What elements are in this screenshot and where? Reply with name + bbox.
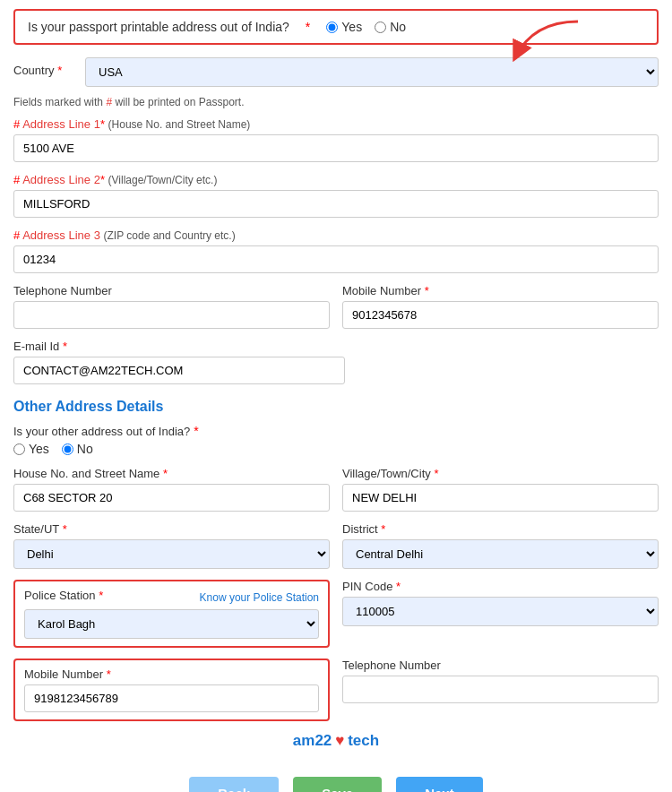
village-col: Village/Town/City *	[342, 467, 659, 512]
email-label: E-mail Id *	[13, 340, 345, 353]
pin-code-label: PIN Code *	[342, 580, 659, 593]
passport-question-label: Is your passport printable address out o…	[28, 20, 289, 34]
email-row: E-mail Id *	[13, 340, 345, 384]
other-address-title: Other Address Details	[13, 399, 659, 415]
other-yes-radio[interactable]	[13, 443, 25, 455]
district-select[interactable]: Central Delhi North Delhi South Delhi Ea…	[342, 539, 659, 569]
house-col: House No. and Street Name *	[13, 467, 330, 512]
mobile-input[interactable]	[342, 301, 659, 329]
brand-tech: tech	[348, 732, 379, 749]
other-address-question-row: Is your other address out of India? * Ye…	[13, 424, 659, 456]
other-yes-option[interactable]: Yes	[13, 442, 49, 456]
address-line3-label: # Address Line 3 (ZIP code and Country e…	[13, 228, 659, 242]
state-select[interactable]: Delhi Maharashtra Karnataka Tamil Nadu	[13, 539, 330, 569]
passport-radio-group: Yes No	[326, 20, 406, 34]
country-select[interactable]: USA India UK Canada Australia	[85, 57, 659, 87]
tel-other-col: Telephone Number	[342, 659, 659, 721]
state-district-row: State/UT * Delhi Maharashtra Karnataka T…	[13, 522, 659, 569]
tel-other-input[interactable]	[342, 676, 659, 703]
telephone-col: Telephone Number	[13, 284, 330, 329]
district-col: District * Central Delhi North Delhi Sou…	[342, 522, 659, 569]
state-label: State/UT *	[13, 522, 330, 536]
passport-required-star: *	[306, 20, 310, 34]
passport-yes-option[interactable]: Yes	[326, 20, 362, 34]
telephone-label: Telephone Number	[13, 284, 330, 297]
save-button[interactable]: Save	[293, 777, 382, 792]
brand-line: am22 ♥ tech	[13, 732, 659, 750]
other-no-option[interactable]: No	[62, 442, 93, 456]
country-label: Country *	[13, 64, 85, 77]
passport-yes-radio[interactable]	[326, 22, 338, 33]
police-station-header: Police Station * Know your Police Statio…	[24, 589, 319, 606]
country-select-wrap: USA India UK Canada Australia	[85, 57, 659, 87]
mobile-tel-other-row: Mobile Number * Telephone Number	[13, 659, 659, 721]
brand-heart: ♥	[335, 732, 344, 749]
passport-no-radio[interactable]	[375, 22, 386, 33]
village-input[interactable]	[342, 484, 659, 512]
house-label: House No. and Street Name *	[13, 467, 330, 480]
know-police-link[interactable]: Know your Police Station	[200, 591, 319, 604]
tel-other-label: Telephone Number	[342, 659, 659, 672]
other-address-question-label: Is your other address out of India?	[13, 425, 190, 438]
telephone-input[interactable]	[13, 301, 330, 329]
passport-question-box: Is your passport printable address out o…	[13, 9, 659, 45]
address-line3-input[interactable]	[13, 245, 659, 273]
pin-code-select[interactable]: 110005 110006 110007	[342, 597, 659, 626]
address-line3-row: # Address Line 3 (ZIP code and Country e…	[13, 228, 659, 273]
country-row: Country * USA India UK Canada Australia	[13, 57, 659, 87]
police-station-label: Police Station *	[24, 589, 103, 602]
pin-code-col: PIN Code * 110005 110006 110007	[342, 580, 659, 648]
address-line1-label: # Address Line 1* (House No. and Street …	[13, 117, 659, 131]
district-label: District *	[342, 522, 659, 536]
mobile-col: Mobile Number *	[342, 284, 659, 329]
other-no-label: No	[77, 442, 93, 456]
back-button[interactable]: Back	[189, 777, 279, 792]
other-no-radio[interactable]	[62, 443, 73, 455]
police-pin-row: Police Station * Know your Police Statio…	[13, 580, 659, 648]
mobile-other-box: Mobile Number *	[13, 659, 330, 721]
address-line2-input[interactable]	[13, 190, 659, 218]
mobile-other-input[interactable]	[24, 684, 319, 712]
mobile-label: Mobile Number *	[342, 284, 659, 297]
address-line2-label: # Address Line 2* (Village/Town/City etc…	[13, 173, 659, 186]
fields-note: Fields marked with # will be printed on …	[13, 96, 659, 108]
police-station-select[interactable]: Karol Bagh Connaught Place Parliament St…	[24, 609, 319, 639]
next-button[interactable]: Next	[396, 777, 483, 792]
address-line1-row: # Address Line 1* (House No. and Street …	[13, 117, 659, 162]
house-input[interactable]	[13, 484, 330, 512]
village-label: Village/Town/City *	[342, 467, 659, 480]
other-address-radio-group: Yes No	[13, 442, 659, 456]
other-yes-label: Yes	[29, 442, 49, 456]
house-village-row: House No. and Street Name * Village/Town…	[13, 467, 659, 512]
brand-am22: am22	[293, 732, 332, 749]
tel-mobile-row: Telephone Number Mobile Number *	[13, 284, 659, 329]
bottom-buttons: Back Save Next	[13, 777, 659, 792]
address-line1-input[interactable]	[13, 134, 659, 162]
passport-no-label: No	[390, 20, 406, 34]
email-input[interactable]	[13, 357, 345, 384]
address-line2-row: # Address Line 2* (Village/Town/City etc…	[13, 173, 659, 218]
state-col: State/UT * Delhi Maharashtra Karnataka T…	[13, 522, 330, 569]
passport-yes-label: Yes	[341, 20, 362, 34]
mobile-other-label: Mobile Number *	[24, 667, 319, 681]
passport-no-option[interactable]: No	[375, 20, 406, 34]
police-station-box: Police Station * Know your Police Statio…	[13, 580, 330, 648]
